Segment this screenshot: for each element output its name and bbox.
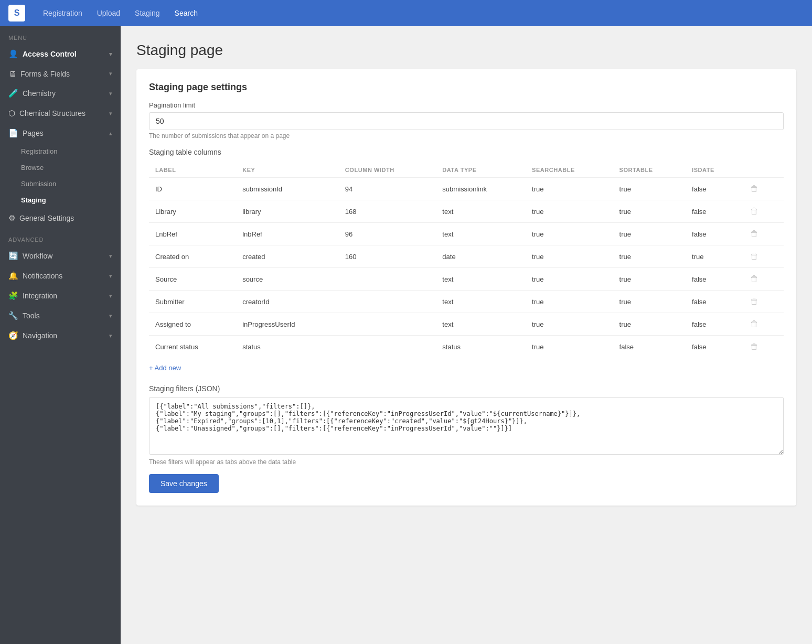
table-cell-data_type: status — [436, 336, 526, 358]
sidebar-label-access-control: Access Control — [23, 50, 77, 58]
sidebar-item-forms-fields[interactable]: 🖥 Forms & Fields ▾ — [0, 64, 121, 83]
navigation-icon: 🧭 — [8, 331, 18, 340]
sidebar-sub-item-submission[interactable]: Submission — [0, 176, 121, 192]
table-cell-isdate: true — [686, 245, 741, 268]
page-title: Staging page — [136, 42, 796, 59]
table-cell-column_width: 94 — [339, 178, 436, 200]
table-cell-data_type: text — [436, 200, 526, 223]
table-cell-key: created — [236, 245, 339, 268]
table-cell-data_type: text — [436, 223, 526, 245]
nav-upload[interactable]: Upload — [90, 0, 127, 26]
add-new-button[interactable]: + Add new — [149, 364, 181, 372]
table-cell-label: Source — [149, 268, 236, 291]
sidebar-sub-item-browse[interactable]: Browse — [0, 159, 121, 176]
sidebar-label-tools: Tools — [23, 312, 40, 320]
table-cell-data_type: text — [436, 291, 526, 313]
table-cell-label: Submitter — [149, 291, 236, 313]
delete-row-button[interactable]: 🗑 — [747, 273, 762, 285]
table-cell-sortable: true — [613, 268, 686, 291]
sidebar-sub-item-registration[interactable]: Registration — [0, 143, 121, 159]
table-row: Current statusstatusstatustruefalsefalse… — [149, 336, 784, 358]
table-cell-sortable: true — [613, 223, 686, 245]
filters-hint: These filters will appear as tabs above … — [149, 458, 784, 466]
table-cell-key: status — [236, 336, 339, 358]
chevron-right-icon-2: ▾ — [109, 90, 112, 97]
table-cell-column_width — [339, 313, 436, 336]
sidebar-item-pages[interactable]: 📄 Pages ▴ — [0, 123, 121, 143]
sidebar-item-navigation[interactable]: 🧭 Navigation ▾ — [0, 326, 121, 346]
delete-row-button[interactable]: 🗑 — [747, 183, 762, 195]
table-cell-searchable: true — [526, 336, 613, 358]
col-header-key: KEY — [236, 163, 339, 178]
chevron-down-icon: ▾ — [109, 51, 112, 58]
sidebar-item-notifications[interactable]: 🔔 Notifications ▾ — [0, 266, 121, 286]
sidebar-item-access-control[interactable]: 👤 Access Control ▾ — [0, 44, 121, 64]
sidebar-item-tools[interactable]: 🔧 Tools ▾ — [0, 306, 121, 326]
table-cell-label: LnbRef — [149, 223, 236, 245]
table-cell-key: source — [236, 268, 339, 291]
sidebar-item-chemistry[interactable]: 🧪 Chemistry ▾ — [0, 83, 121, 103]
table-cell-column_width: 96 — [339, 223, 436, 245]
table-cell-searchable: true — [526, 313, 613, 336]
table-cell-key: library — [236, 200, 339, 223]
nav-staging[interactable]: Staging — [127, 0, 167, 26]
delete-row-button[interactable]: 🗑 — [747, 341, 762, 352]
sidebar-label-chemistry: Chemistry — [23, 89, 56, 98]
app-logo: S — [8, 5, 25, 22]
delete-row-button[interactable]: 🗑 — [747, 318, 762, 330]
pagination-hint: The number of submissions that appear on… — [149, 132, 784, 139]
access-control-icon: 👤 — [8, 49, 18, 59]
delete-row-button[interactable]: 🗑 — [747, 206, 762, 217]
table-cell-label: Created on — [149, 245, 236, 268]
table-cell-searchable: true — [526, 268, 613, 291]
table-cell-column_width — [339, 268, 436, 291]
table-cell-searchable: true — [526, 178, 613, 200]
delete-row-button[interactable]: 🗑 — [747, 228, 762, 240]
delete-row-button[interactable]: 🗑 — [747, 251, 762, 262]
integration-icon: 🧩 — [8, 291, 18, 300]
nav-registration[interactable]: Registration — [36, 0, 90, 26]
table-cell-isdate: false — [686, 223, 741, 245]
save-changes-button[interactable]: Save changes — [149, 474, 219, 493]
table-cell-key: submissionId — [236, 178, 339, 200]
notifications-icon: 🔔 — [8, 271, 18, 281]
sidebar-label-integration: Integration — [23, 292, 57, 300]
filters-section-label: Staging filters (JSON) — [149, 384, 784, 393]
main-content: Staging page Staging page settings Pagin… — [121, 26, 812, 644]
sidebar-item-workflow[interactable]: 🔄 Workflow ▾ — [0, 246, 121, 266]
settings-card: Staging page settings Pagination limit T… — [136, 69, 796, 506]
table-row: Librarylibrary168texttruetruefalse🗑 — [149, 200, 784, 223]
sidebar-label-forms-fields: Forms & Fields — [20, 70, 70, 78]
col-header-datatype: DATA TYPE — [436, 163, 526, 178]
sidebar-label-chemical-structures: Chemical Structures — [19, 109, 86, 117]
chevron-right-icon: ▾ — [109, 70, 112, 77]
pages-icon: 📄 — [8, 128, 18, 138]
sidebar-item-integration[interactable]: 🧩 Integration ▾ — [0, 286, 121, 306]
delete-row-button[interactable]: 🗑 — [747, 296, 762, 307]
chevron-workflow-icon: ▾ — [109, 253, 112, 260]
chemistry-icon: 🧪 — [8, 89, 18, 98]
table-cell-column_width: 160 — [339, 245, 436, 268]
sidebar-sub-item-staging[interactable]: Staging — [0, 192, 121, 208]
table-cell-column_width — [339, 291, 436, 313]
table-cell-isdate: false — [686, 200, 741, 223]
chevron-navigation-icon: ▾ — [109, 332, 112, 339]
col-header-width: COLUMN WIDTH — [339, 163, 436, 178]
table-cell-label: ID — [149, 178, 236, 200]
table-row: LnbReflnbRef96texttruetruefalse🗑 — [149, 223, 784, 245]
col-header-sortable: SORTABLE — [613, 163, 686, 178]
top-navigation: S Registration Upload Staging Search — [0, 0, 812, 26]
filters-json-input[interactable] — [149, 397, 784, 455]
table-cell-key: lnbRef — [236, 223, 339, 245]
table-cell-isdate: false — [686, 268, 741, 291]
table-cell-searchable: true — [526, 245, 613, 268]
table-cell-data_type: date — [436, 245, 526, 268]
table-cell-data_type: text — [436, 268, 526, 291]
table-cell-isdate: false — [686, 336, 741, 358]
chevron-integration-icon: ▾ — [109, 293, 112, 299]
sidebar-item-chemical-structures[interactable]: ⬡ Chemical Structures ▾ — [0, 103, 121, 123]
sidebar-item-general-settings[interactable]: ⚙ General Settings — [0, 208, 121, 228]
nav-search[interactable]: Search — [167, 0, 205, 26]
sidebar-label-general-settings: General Settings — [19, 214, 74, 222]
pagination-input[interactable] — [149, 112, 784, 130]
